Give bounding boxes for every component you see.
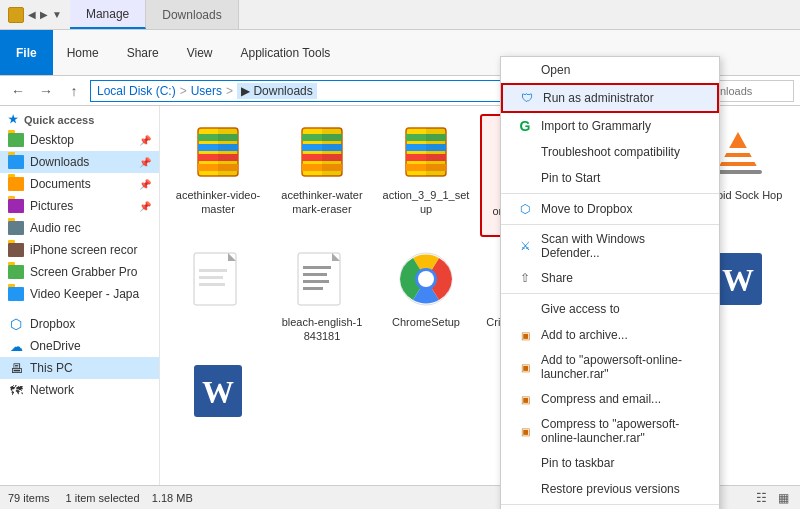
winrar-ctx-icon-4: ▣	[517, 423, 533, 439]
path-sep-2: >	[226, 84, 233, 98]
desktop-folder-icon	[8, 132, 24, 148]
back-icon[interactable]: ◀	[28, 9, 36, 20]
dropbox-ctx-icon: ⬡	[517, 201, 533, 217]
sidebar-item-audio[interactable]: Audio rec	[0, 217, 159, 239]
tab-manage[interactable]: Manage	[70, 0, 146, 29]
winrar-ctx-icon-2: ▣	[517, 359, 533, 375]
svg-rect-42	[303, 266, 331, 269]
path-sep-1: >	[180, 84, 187, 98]
ctx-pin-taskbar[interactable]: Pin to taskbar	[501, 450, 719, 476]
shield-icon: 🛡	[519, 90, 535, 106]
ctx-open[interactable]: Open	[501, 57, 719, 83]
restore-icon	[517, 481, 533, 497]
ribbon-tabs: Home Share View Application Tools	[53, 30, 345, 75]
svg-text:W: W	[202, 374, 234, 410]
bleach-thumb	[290, 247, 354, 311]
ribbon-tab-apptools[interactable]: Application Tools	[227, 30, 345, 75]
thispc-icon: 🖶	[8, 360, 24, 376]
winrar-ctx-icon-1: ▣	[517, 327, 533, 343]
ctx-add-named-archive[interactable]: ▣ Add to "apowersoft-online-launcher.rar…	[501, 348, 719, 386]
ctx-troubleshoot[interactable]: Troubleshoot compatibility	[501, 139, 719, 165]
sidebar-item-thispc[interactable]: 🖶 This PC	[0, 357, 159, 379]
ctx-share[interactable]: ⇧ Share	[501, 265, 719, 291]
tab-downloads[interactable]: Downloads	[146, 0, 238, 29]
file-label-bleach: bleach-english-1 843181	[276, 315, 368, 344]
sidebar-item-desktop[interactable]: Desktop 📌	[0, 129, 159, 151]
back-button[interactable]: ←	[6, 79, 30, 103]
ctx-compress-named[interactable]: ▣ Compress to "apowersoft-online-launche…	[501, 412, 719, 450]
sidebar-item-videokeeper[interactable]: Video Keeper - Japa	[0, 283, 159, 305]
path-users[interactable]: Users	[191, 84, 222, 98]
item-count: 79 items	[8, 492, 50, 504]
selected-info: 1 item selected 1.18 MB	[66, 492, 193, 504]
ctx-import-grammarly[interactable]: G Import to Grammarly	[501, 113, 719, 139]
winrar-ctx-icon-3: ▣	[517, 391, 533, 407]
forward-icon[interactable]: ▶	[40, 9, 48, 20]
pin-icon-documents: 📌	[139, 179, 151, 190]
pin-icon-pictures: 📌	[139, 201, 151, 212]
winrar-thumb-2	[290, 120, 354, 184]
ribbon-tab-home[interactable]: Home	[53, 30, 113, 75]
sidebar-item-screengrabber[interactable]: Screen Grabber Pro	[0, 261, 159, 283]
downloads-folder-icon	[8, 154, 24, 170]
defender-icon: ⚔	[517, 238, 533, 254]
ctx-add-archive[interactable]: ▣ Add to archive...	[501, 322, 719, 348]
title-bar: ◀ ▶ ▼ Manage Downloads	[0, 0, 800, 30]
dropbox-icon: ⬡	[8, 316, 24, 332]
ctx-compress-email[interactable]: ▣ Compress and email...	[501, 386, 719, 412]
up-button[interactable]: ↑	[62, 79, 86, 103]
sidebar-item-onedrive[interactable]: ☁ OneDrive	[0, 335, 159, 357]
sidebar-item-iphone[interactable]: iPhone screen recor	[0, 239, 159, 261]
sidebar-item-network[interactable]: 🗺 Network	[0, 379, 159, 401]
svg-rect-39	[199, 283, 225, 286]
svg-rect-34	[714, 170, 762, 174]
dropdown-icon[interactable]: ▼	[52, 9, 62, 20]
ctx-defender[interactable]: ⚔ Scan with Windows Defender...	[501, 227, 719, 265]
sidebar-item-documents[interactable]: Documents 📌	[0, 173, 159, 195]
file-item-word3[interactable]: W	[168, 353, 268, 433]
documents-folder-icon	[8, 176, 24, 192]
open-icon	[517, 62, 533, 78]
sidebar-quick-access: ★ Quick access	[0, 110, 159, 129]
screengrabber-folder-icon	[8, 264, 24, 280]
sidebar: ★ Quick access Desktop 📌 Downloads 📌 Doc…	[0, 106, 160, 485]
svg-text:W: W	[722, 262, 754, 298]
file-item-empty1[interactable]	[168, 241, 268, 350]
details-view-button[interactable]: ☷	[752, 489, 770, 507]
winrar-thumb-3	[394, 120, 458, 184]
ctx-pin-start[interactable]: Pin to Start	[501, 165, 719, 191]
ribbon-tab-view[interactable]: View	[173, 30, 227, 75]
file-label-1: acethinker-video-master	[172, 188, 264, 217]
forward-button[interactable]: →	[34, 79, 58, 103]
sidebar-item-pictures[interactable]: Pictures 📌	[0, 195, 159, 217]
large-icons-view-button[interactable]: ▦	[774, 489, 792, 507]
pin-icon-desktop: 📌	[139, 135, 151, 146]
sidebar-item-downloads[interactable]: Downloads 📌	[0, 151, 159, 173]
ctx-sep-2	[501, 224, 719, 225]
svg-point-48	[418, 271, 434, 287]
file-item-acethinker-water[interactable]: acethinker-water mark-eraser	[272, 114, 372, 237]
ctx-give-access[interactable]: Give access to	[501, 296, 719, 322]
path-current: ▶ Downloads	[237, 83, 317, 99]
ctx-dropbox[interactable]: ⬡ Move to Dropbox	[501, 196, 719, 222]
file-label-2: acethinker-water mark-eraser	[276, 188, 368, 217]
ribbon-tab-share[interactable]: Share	[113, 30, 173, 75]
winrar-thumb-1	[186, 120, 250, 184]
file-button[interactable]: File	[0, 30, 53, 75]
svg-rect-44	[303, 280, 329, 283]
file-item-acethinker-video[interactable]: acethinker-video-master	[168, 114, 268, 237]
file-item-chrome[interactable]: ChromeSetup	[376, 241, 476, 350]
sidebar-item-dropbox[interactable]: ⬡ Dropbox	[0, 313, 159, 335]
context-menu: Open 🛡 Run as administrator G Import to …	[500, 56, 720, 509]
svg-rect-37	[199, 269, 227, 272]
svg-rect-31	[724, 148, 752, 153]
audio-folder-icon	[8, 220, 24, 236]
ctx-run-admin[interactable]: 🛡 Run as administrator	[501, 83, 719, 113]
path-local-disk[interactable]: Local Disk (C:)	[97, 84, 176, 98]
file-item-action[interactable]: action_3_9_1_setup	[376, 114, 476, 237]
videokeeper-folder-icon	[8, 286, 24, 302]
svg-rect-43	[303, 273, 327, 276]
troubleshoot-icon	[517, 144, 533, 160]
ctx-restore-versions[interactable]: Restore previous versions	[501, 476, 719, 502]
file-item-bleach[interactable]: bleach-english-1 843181	[272, 241, 372, 350]
